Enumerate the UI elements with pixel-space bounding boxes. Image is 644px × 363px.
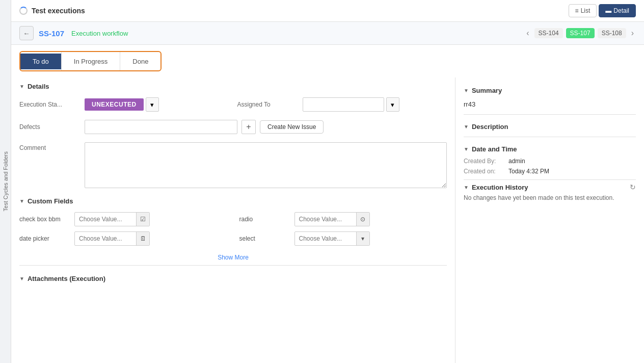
summary-divider xyxy=(464,114,636,115)
defects-label: Defects xyxy=(19,123,81,131)
nav-bar: ← SS-107 Execution workflow ‹ SS-104 SS-… xyxy=(11,22,644,45)
step-todo-button[interactable]: To do xyxy=(20,54,61,69)
workflow-bar: To do In Progress Done xyxy=(11,45,644,77)
description-section-header: ▼ Description xyxy=(464,118,636,134)
description-chevron: ▼ xyxy=(464,124,469,129)
assigned-to-input[interactable] xyxy=(303,97,384,112)
cf-icon-radio[interactable]: ⊙ xyxy=(356,213,369,226)
main-content: Test executions ≡ List ▬ Detail ← SS-107… xyxy=(11,0,644,363)
custom-fields-header: ▼ Custom Fields xyxy=(19,192,447,208)
cf-item-checkbox: check box bbm ☑ xyxy=(19,212,227,226)
description-label: Description xyxy=(472,123,508,131)
step-inprogress-button[interactable]: In Progress xyxy=(62,54,120,69)
details-section-header: ▼ Details xyxy=(19,77,447,93)
sidebar-label: Test Cycles and Folders xyxy=(3,151,9,211)
exec-history-chevron: ▼ xyxy=(464,185,469,190)
assigned-to-label: Assigned To xyxy=(237,101,299,108)
add-defect-button[interactable]: + xyxy=(242,120,256,134)
comment-row: Comment xyxy=(19,138,447,192)
exec-history-section-header: ▼ Execution History xyxy=(464,184,528,191)
attachments-label: Attachments (Execution) xyxy=(28,275,105,282)
cf-icon-datepicker[interactable]: 🗓 xyxy=(136,232,149,245)
description-divider xyxy=(464,137,636,137)
cf-select-datepicker: 🗓 xyxy=(74,231,150,246)
cf-input-datepicker[interactable] xyxy=(75,233,136,244)
summary-section-header: ▼ Summary xyxy=(464,82,636,97)
issue-id: SS-107 xyxy=(39,29,64,38)
cf-input-select[interactable] xyxy=(295,233,356,244)
created-by-value: admin xyxy=(508,158,525,165)
nav-tag-current[interactable]: SS-107 xyxy=(566,28,595,38)
assigned-to-dropdown[interactable]: ▾ xyxy=(386,97,399,112)
cf-input-radio[interactable] xyxy=(295,214,356,225)
list-icon: ≡ xyxy=(575,7,579,14)
exec-history-empty-text: No changes have yet been made on this te… xyxy=(464,191,636,204)
show-more-link[interactable]: Show More xyxy=(19,250,447,265)
cf-icon-select[interactable]: ▾ xyxy=(356,232,369,245)
summary-label: Summary xyxy=(472,87,502,94)
datetime-divider xyxy=(464,179,636,180)
nav-next-button[interactable]: › xyxy=(629,28,636,39)
view-toggle: ≡ List ▬ Detail xyxy=(569,4,636,17)
defects-row: Defects + Create New Issue xyxy=(19,116,447,138)
exec-history-header: ▼ Execution History ↻ xyxy=(464,183,636,191)
create-issue-button[interactable]: Create New Issue xyxy=(260,120,324,134)
detail-icon: ▬ xyxy=(605,7,611,14)
created-by-row: Created By: admin xyxy=(464,156,636,166)
list-view-button[interactable]: ≡ List xyxy=(569,4,597,17)
top-header: Test executions ≡ List ▬ Detail xyxy=(11,0,644,22)
execution-status-dropdown[interactable]: ▾ xyxy=(146,97,159,112)
nav-tag-next[interactable]: SS-108 xyxy=(598,28,626,38)
loading-spinner xyxy=(19,7,28,15)
cf-item-select: select ▾ xyxy=(239,231,447,246)
execution-status-label: Execution Sta... xyxy=(19,101,81,108)
summary-value: rr43 xyxy=(464,97,636,111)
details-label: Details xyxy=(28,83,49,90)
right-panel: ▼ Summary rr43 ▼ Description ▼ Date and … xyxy=(455,77,644,363)
page-title: Test executions xyxy=(32,7,85,15)
step-done-button[interactable]: Done xyxy=(120,54,160,69)
workflow-label: Execution workflow xyxy=(71,30,128,37)
exec-history-label: Execution History xyxy=(472,184,528,191)
cf-item-radio: radio ⊙ xyxy=(239,212,447,226)
created-on-label: Created on: xyxy=(464,168,504,175)
comment-label: Comment xyxy=(19,142,81,151)
cf-select-checkbox: ☑ xyxy=(74,212,150,226)
created-by-label: Created By: xyxy=(464,158,504,165)
details-row-status: Execution Sta... UNEXECUTED ▾ Assigned T… xyxy=(19,93,447,116)
created-on-value: Today 4:32 PM xyxy=(508,168,549,175)
custom-fields-label: Custom Fields xyxy=(28,197,73,205)
cf-label-checkbox: check box bbm xyxy=(19,216,70,223)
summary-chevron: ▼ xyxy=(464,88,469,93)
comment-textarea[interactable] xyxy=(85,142,447,188)
content-area: ▼ Details Execution Sta... UNEXECUTED ▾ … xyxy=(11,77,644,363)
nav-right: ‹ SS-104 SS-107 SS-108 › xyxy=(524,28,636,39)
cf-select-select: ▾ xyxy=(294,231,370,246)
created-on-row: Created on: Today 4:32 PM xyxy=(464,166,636,176)
nav-tag-prev[interactable]: SS-104 xyxy=(534,28,563,38)
nav-prev-button[interactable]: ‹ xyxy=(524,28,531,39)
cf-label-select: select xyxy=(239,235,290,242)
datetime-label: Date and Time xyxy=(472,145,517,153)
back-button[interactable]: ← xyxy=(19,26,34,40)
details-chevron: ▼ xyxy=(19,84,24,89)
datetime-chevron: ▼ xyxy=(464,146,469,152)
cf-icon-checkbox[interactable]: ☑ xyxy=(136,213,149,226)
left-panel: ▼ Details Execution Sta... UNEXECUTED ▾ … xyxy=(11,77,455,363)
datetime-section-header: ▼ Date and Time xyxy=(464,140,636,156)
cf-input-checkbox[interactable] xyxy=(75,214,136,225)
attachments-chevron: ▼ xyxy=(19,276,24,281)
cf-item-datepicker: date picker 🗓 xyxy=(19,231,227,246)
detail-view-button[interactable]: ▬ Detail xyxy=(599,4,636,17)
nav-left: ← SS-107 Execution workflow xyxy=(19,26,128,40)
attachments-section: ▼ Attachments (Execution) xyxy=(19,265,447,286)
cf-label-radio: radio xyxy=(239,216,290,223)
assigned-to-select: ▾ xyxy=(303,97,399,112)
refresh-button[interactable]: ↻ xyxy=(630,183,636,191)
status-badge: UNEXECUTED xyxy=(85,98,144,111)
cf-label-datepicker: date picker xyxy=(19,235,70,242)
defect-input[interactable] xyxy=(85,120,237,134)
custom-fields-grid: check box bbm ☑ radio ⊙ xyxy=(19,208,447,250)
execution-status-select: UNEXECUTED ▾ xyxy=(85,97,159,112)
workflow-steps: To do In Progress Done xyxy=(19,51,162,71)
